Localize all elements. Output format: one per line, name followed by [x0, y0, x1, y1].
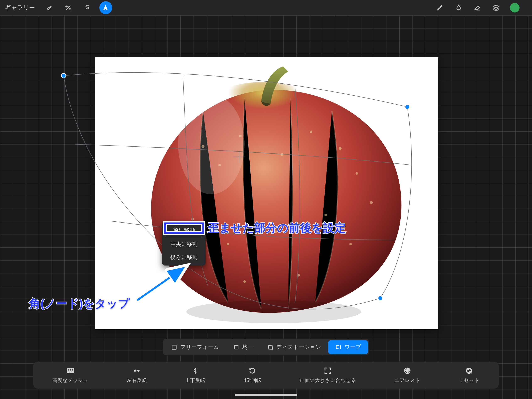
svg-point-5 [310, 131, 312, 133]
ctx-move-back[interactable]: 後ろに移動 [162, 251, 206, 264]
svg-point-8 [370, 201, 373, 204]
svg-point-6 [339, 147, 342, 150]
annotation-arrow [133, 263, 195, 304]
annotation-tap-node: 角(ノード)をタップ [29, 296, 130, 311]
action-rotate-45[interactable]: 45°回転 [244, 367, 261, 384]
mesh-icon [66, 367, 75, 375]
top-toolbar: ギャラリー [0, 0, 532, 15]
flip-v-icon [191, 367, 199, 375]
mode-distortion-label: ディストーション [276, 343, 321, 351]
svg-point-9 [324, 214, 327, 216]
smudge-icon[interactable] [452, 1, 465, 14]
warp-node-top-right[interactable] [405, 105, 410, 109]
svg-point-14 [297, 274, 300, 277]
mode-freeform[interactable]: フリーフォーム [164, 340, 226, 354]
brush-icon[interactable] [433, 1, 446, 14]
svg-point-12 [191, 218, 194, 220]
warp-node-top-left[interactable] [61, 73, 66, 78]
mode-freeform-label: フリーフォーム [180, 343, 219, 351]
svg-point-16 [178, 94, 245, 194]
svg-point-7 [355, 172, 358, 175]
action-fit-screen[interactable]: 画面の大きさに合わせる [300, 367, 356, 384]
wrench-icon[interactable] [43, 1, 56, 14]
mode-warp-label: ワープ [344, 343, 361, 351]
action-fit-screen-label: 画面の大きさに合わせる [300, 377, 356, 384]
action-nearest-label: ニアレスト [394, 377, 420, 384]
action-flip-v[interactable]: 上下反転 [185, 367, 205, 384]
annotation-set-order: 歪ませた部分の前後を設定 [208, 220, 346, 236]
mode-distortion[interactable]: ディストーション [260, 340, 328, 354]
svg-point-4 [280, 153, 284, 156]
svg-rect-22 [67, 369, 74, 373]
action-rotate-45-label: 45°回転 [244, 377, 261, 384]
svg-point-17 [186, 300, 361, 323]
color-swatch[interactable] [508, 1, 521, 14]
flip-h-icon [133, 367, 141, 375]
mode-uniform-label: 均一 [242, 343, 253, 351]
action-flip-h[interactable]: 左右反転 [127, 367, 147, 384]
ipad-home-indicator [235, 394, 297, 396]
action-nearest[interactable]: ニアレスト [394, 367, 420, 384]
svg-rect-21 [234, 345, 238, 349]
action-flip-v-label: 上下反転 [185, 377, 205, 384]
action-reset[interactable]: リセット [459, 367, 479, 384]
wand-icon[interactable] [62, 1, 75, 14]
action-advanced-mesh[interactable]: 高度なメッシュ [52, 367, 88, 384]
action-flip-h-label: 左右反転 [127, 377, 147, 384]
ctx-move-center[interactable]: 中央に移動 [162, 238, 206, 251]
gallery-button[interactable]: ギャラリー [5, 4, 35, 12]
transform-action-bar: 高度なメッシュ 左右反転 上下反転 45°回転 画面の大きさに合わせる ニアレス… [33, 361, 499, 389]
nearest-icon [403, 367, 412, 375]
mode-uniform[interactable]: 均一 [226, 340, 260, 354]
action-reset-label: リセット [459, 377, 479, 384]
layers-icon[interactable] [490, 1, 502, 14]
svg-point-15 [243, 280, 246, 283]
svg-rect-20 [172, 345, 176, 349]
annotation-highlight-box [164, 222, 204, 234]
warp-node-bottom-right[interactable] [378, 296, 383, 300]
reset-icon [465, 367, 473, 375]
selection-s-icon[interactable] [81, 1, 94, 14]
svg-line-19 [137, 267, 185, 300]
rotate-45-icon [248, 367, 256, 375]
arrow-cursor-icon[interactable] [99, 1, 112, 14]
svg-point-13 [349, 243, 352, 245]
svg-point-11 [227, 243, 229, 245]
eraser-icon[interactable] [471, 1, 484, 14]
action-advanced-mesh-label: 高度なメッシュ [52, 377, 88, 384]
transform-mode-bar: フリーフォーム 均一 ディストーション ワープ [163, 339, 369, 355]
mode-warp[interactable]: ワープ [328, 340, 368, 354]
fit-screen-icon [323, 367, 332, 375]
